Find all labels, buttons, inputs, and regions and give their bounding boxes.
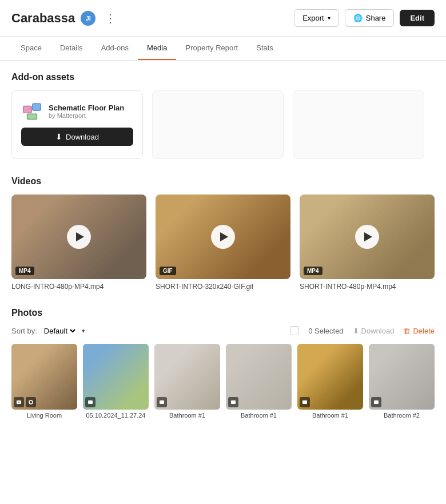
videos-grid: MP4 LONG-INTRO-480p-MP4.mp4 GIF SHORT-IN… xyxy=(11,195,435,291)
addon-info: Schematic Floor Plan by Matterport xyxy=(49,104,124,119)
photo-icon-bar-1 xyxy=(85,397,95,407)
floor-plan-icon xyxy=(21,100,43,122)
photo-type-icon-2 xyxy=(157,397,167,407)
select-all-checkbox[interactable] xyxy=(290,326,299,335)
play-button-2[interactable] xyxy=(355,225,379,249)
photos-toolbar-left: Sort by: Default ▾ xyxy=(11,326,85,336)
photo-name-2: Bathroom #1 xyxy=(154,412,220,419)
photo-icon-bar-5 xyxy=(371,397,381,407)
photo-card-1[interactable]: 05.10.2024_11.27.24 xyxy=(83,344,149,419)
more-options-button[interactable]: ⋮ xyxy=(101,10,120,26)
share-label: Share xyxy=(366,14,386,22)
header: Carabassa JI ⋮ Export ▾ 🌐 Share Edit xyxy=(0,0,446,37)
photo-name-3: Bathroom #1 xyxy=(226,412,292,419)
svg-rect-8 xyxy=(160,400,164,404)
tab-details[interactable]: Details xyxy=(51,37,92,60)
photo-type-icon-3 xyxy=(228,397,238,407)
photo-type-icon-1 xyxy=(85,397,95,407)
addon-card-header: Schematic Floor Plan by Matterport xyxy=(21,100,133,122)
video-badge-0: MP4 xyxy=(15,267,34,275)
photo-thumb-3 xyxy=(226,344,292,410)
video-card-2[interactable]: MP4 SHORT-INTRO-480p-MP4.mp4 xyxy=(300,195,435,291)
header-right: Export ▾ 🌐 Share Edit xyxy=(294,9,435,27)
header-left: Carabassa JI ⋮ xyxy=(11,10,120,26)
photo-name-4: Bathroom #1 xyxy=(297,412,363,419)
addon-by: by Matterport xyxy=(49,112,124,119)
export-label: Export xyxy=(302,14,324,22)
photo-name-5: Bathroom #2 xyxy=(369,412,435,419)
addon-download-label: Download xyxy=(66,133,99,141)
selected-count: 0 Selected xyxy=(308,327,343,335)
export-button[interactable]: Export ▾ xyxy=(294,9,339,27)
edit-button[interactable]: Edit xyxy=(400,10,435,26)
globe-icon: 🌐 xyxy=(353,14,363,22)
photos-section: Photos Sort by: Default ▾ 0 Selected ⬇ D… xyxy=(11,308,435,419)
download-icon: ⬇ xyxy=(353,327,359,335)
photo-icon-bar-2 xyxy=(157,397,167,407)
photo-icon-bar-0 xyxy=(14,397,36,407)
svg-rect-11 xyxy=(374,400,379,404)
photo-thumb-4 xyxy=(297,344,363,410)
nav-tabs: Space Details Add-ons Media Property Rep… xyxy=(0,37,446,61)
video-card-0[interactable]: MP4 LONG-INTRO-480p-MP4.mp4 xyxy=(11,195,146,291)
photos-delete-label: Delete xyxy=(413,327,435,335)
addon-cards-list: Schematic Floor Plan by Matterport ⬇ Dow… xyxy=(11,90,435,159)
tab-media[interactable]: Media xyxy=(138,37,176,60)
photo-card-5[interactable]: Bathroom #2 xyxy=(369,344,435,419)
video-card-1[interactable]: GIF SHORT-INTRO-320x240-GIF.gif xyxy=(156,195,290,291)
sort-select[interactable]: Default xyxy=(42,326,77,336)
photo-name-0: Living Room xyxy=(11,412,77,419)
video-badge-2: MP4 xyxy=(304,267,322,275)
share-button[interactable]: 🌐 Share xyxy=(345,9,395,27)
tab-add-ons[interactable]: Add-ons xyxy=(92,37,138,60)
photo-name-1: 05.10.2024_11.27.24 xyxy=(83,412,149,419)
photo-type-icon-5 xyxy=(371,397,381,407)
svg-rect-9 xyxy=(231,400,236,404)
svg-rect-10 xyxy=(302,400,307,404)
photos-toolbar-right: 0 Selected ⬇ Download 🗑 Delete xyxy=(290,326,435,335)
tab-stats[interactable]: Stats xyxy=(247,37,282,60)
photo-card-3[interactable]: Bathroom #1 xyxy=(226,344,292,419)
addon-card-floor-plan: Schematic Floor Plan by Matterport ⬇ Dow… xyxy=(11,90,143,159)
photos-grid: Living Room 05.10.2024_11.27.24 Bathroom… xyxy=(11,344,435,419)
addon-card-empty-2 xyxy=(293,90,424,159)
download-icon: ⬇ xyxy=(55,132,62,141)
tab-property-report[interactable]: Property Report xyxy=(176,37,247,60)
photo-thumb-1 xyxy=(83,344,149,410)
page-title: Carabassa xyxy=(11,11,75,26)
photos-download-button[interactable]: ⬇ Download xyxy=(353,327,395,335)
photo-extra-icon-0 xyxy=(26,397,36,407)
video-thumb-0: MP4 xyxy=(11,195,146,279)
edit-label: Edit xyxy=(410,14,424,22)
tab-space[interactable]: Space xyxy=(11,37,51,60)
photo-card-4[interactable]: Bathroom #1 xyxy=(297,344,363,419)
photo-thumb-5 xyxy=(369,344,435,410)
sort-label: Sort by: xyxy=(11,327,37,335)
photo-card-2[interactable]: Bathroom #1 xyxy=(154,344,220,419)
videos-section-title: Videos xyxy=(11,176,435,186)
addon-name: Schematic Floor Plan xyxy=(49,104,124,112)
photo-thumb-2 xyxy=(154,344,220,410)
photo-icon-bar-3 xyxy=(228,397,238,407)
photo-icon-bar-4 xyxy=(300,397,310,407)
videos-section: Videos MP4 LONG-INTRO-480p-MP4.mp4 GIF S… xyxy=(11,176,435,291)
photos-toolbar: Sort by: Default ▾ 0 Selected ⬇ Download… xyxy=(11,326,435,336)
svg-rect-1 xyxy=(33,104,41,110)
avatar: JI xyxy=(81,11,95,26)
photo-card-0[interactable]: Living Room xyxy=(11,344,77,419)
video-name-1: SHORT-INTRO-320x240-GIF.gif xyxy=(156,283,290,291)
play-button-0[interactable] xyxy=(67,225,91,249)
chevron-down-icon: ▾ xyxy=(328,15,330,21)
addon-download-button[interactable]: ⬇ Download xyxy=(21,128,133,146)
addon-assets-section: Add-on assets Schematic Floor Plan xyxy=(11,72,435,159)
photos-delete-button[interactable]: 🗑 Delete xyxy=(403,327,435,335)
play-button-1[interactable] xyxy=(211,225,235,249)
addon-section-title: Add-on assets xyxy=(11,72,435,82)
video-name-2: SHORT-INTRO-480p-MP4.mp4 xyxy=(300,283,435,291)
sort-chevron-icon: ▾ xyxy=(82,327,85,335)
video-badge-1: GIF xyxy=(160,267,176,275)
video-thumb-1: GIF xyxy=(156,195,290,279)
svg-point-6 xyxy=(29,400,33,404)
main-content: Add-on assets Schematic Floor Plan xyxy=(0,61,446,442)
photo-thumb-0 xyxy=(11,344,77,410)
